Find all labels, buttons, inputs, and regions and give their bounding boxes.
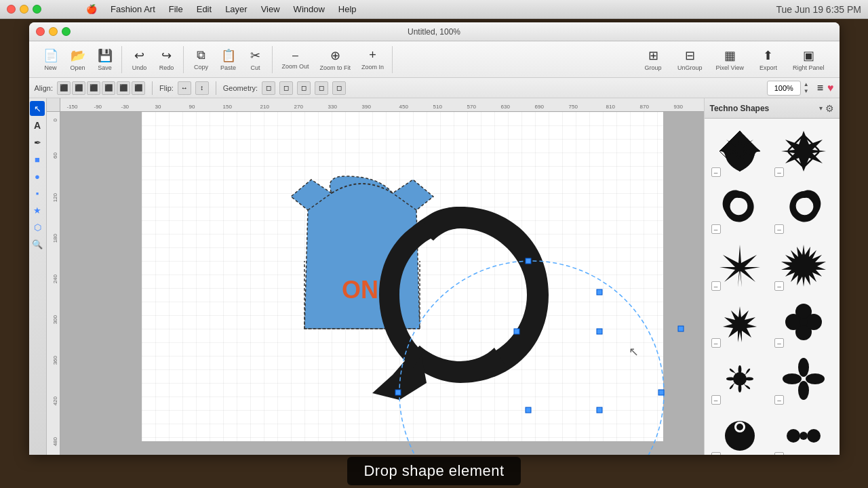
shapes-grid: – –: [705, 119, 840, 455]
panel-dropdown[interactable]: ▾: [819, 104, 823, 112]
geo-btn-2[interactable]: ◻: [279, 81, 293, 95]
win-close[interactable]: [36, 27, 45, 36]
open-button[interactable]: 📂 Open: [66, 45, 90, 74]
shape-item-5[interactable]: –: [710, 238, 771, 292]
rect-tool[interactable]: ■: [30, 152, 45, 167]
shape-minus-7[interactable]: –: [711, 338, 721, 348]
shape-item-1[interactable]: –: [710, 124, 771, 178]
select-tool[interactable]: ↖: [30, 101, 45, 116]
copy-button[interactable]: ⧉ Copy: [189, 45, 214, 73]
export-button[interactable]: ⬆ Export: [752, 45, 785, 74]
shape-item-2[interactable]: –: [773, 124, 834, 178]
zoom-in-button[interactable]: + Zoom In: [357, 45, 388, 73]
layer-menu[interactable]: Layer: [221, 3, 252, 16]
left-toolbar: ↖ A ✒ ■ ● ▪ ★ ⬡ 🔍: [29, 98, 47, 455]
geo-btn-3[interactable]: ◻: [297, 81, 311, 95]
ellipse-tool[interactable]: ●: [30, 169, 45, 184]
undo-button[interactable]: ↩ Undo: [127, 45, 152, 74]
group-button[interactable]: ⊞ Group: [637, 45, 669, 74]
polygon-tool[interactable]: ⬡: [30, 220, 45, 235]
shape-item-8[interactable]: –: [773, 295, 834, 349]
apple-menu[interactable]: 🍎: [82, 3, 101, 16]
app-menu[interactable]: Fashion Art: [106, 3, 159, 16]
shape-item-7[interactable]: –: [710, 295, 771, 349]
shape-minus-8[interactable]: –: [774, 338, 784, 348]
cursor-indicator: ↖: [629, 345, 639, 359]
flip-v[interactable]: ↕: [195, 81, 209, 95]
shape-item-10[interactable]: –: [773, 352, 834, 406]
shape-item-3[interactable]: –: [710, 181, 771, 235]
shape-minus-6[interactable]: –: [774, 281, 784, 291]
tshirt-handle-mid[interactable]: [514, 329, 519, 334]
tshirt-handle-top-r[interactable]: [597, 289, 602, 295]
cut-button[interactable]: ✂ Cut: [243, 45, 268, 74]
traffic-lights: [7, 5, 41, 14]
shape-item-12[interactable]: –: [773, 409, 834, 455]
tshirt-handle-far-r[interactable]: [678, 326, 684, 331]
align-bottom[interactable]: ⬛: [132, 81, 145, 95]
menubar: 🍎 Fashion Art File Edit Layer View Windo…: [82, 3, 361, 16]
win-minimize[interactable]: [49, 27, 58, 36]
flip-h[interactable]: ↔: [178, 81, 191, 95]
shape-minus-1[interactable]: –: [711, 167, 721, 177]
geo-btn-4[interactable]: ◻: [315, 81, 328, 95]
shape-item-9[interactable]: –: [710, 352, 771, 406]
align-buttons: ⬛ ⬛ ⬛ ⬛ ⬛ ⬛: [57, 81, 145, 95]
handle-center[interactable]: [526, 407, 531, 413]
minimize-button[interactable]: [20, 5, 28, 14]
star-tool[interactable]: ★: [30, 203, 45, 218]
paste-button[interactable]: 📋 Paste: [216, 45, 241, 74]
align-left[interactable]: ⬛: [57, 81, 71, 95]
close-button[interactable]: [7, 5, 16, 14]
square-tool[interactable]: ▪: [30, 186, 45, 201]
pen-tool[interactable]: ✒: [30, 135, 45, 150]
align-center-h[interactable]: ⬛: [72, 81, 85, 95]
align-top[interactable]: ⬛: [102, 81, 115, 95]
zoom-tool[interactable]: 🔍: [30, 237, 45, 251]
file-menu[interactable]: File: [165, 3, 187, 16]
geo-btn-1[interactable]: ◻: [262, 81, 275, 95]
align-middle-v[interactable]: ⬛: [117, 81, 130, 95]
handle-tr[interactable]: [597, 329, 602, 334]
handle-left[interactable]: [395, 390, 401, 395]
handle-right[interactable]: [658, 390, 664, 395]
tshirt-handle-r[interactable]: [597, 407, 602, 413]
shape-item-11[interactable]: –: [710, 409, 771, 455]
zoom-out-button[interactable]: – Zoom Out: [278, 47, 313, 73]
shape-minus-2[interactable]: –: [774, 167, 784, 177]
view-menu[interactable]: View: [257, 3, 284, 16]
shape-item-6[interactable]: –: [773, 238, 834, 292]
ungroup-button[interactable]: ⊟ UnGroup: [672, 45, 708, 74]
shape-item-4[interactable]: –: [773, 181, 834, 235]
win-maximize[interactable]: [62, 27, 71, 36]
shape-minus-3[interactable]: –: [711, 224, 721, 234]
new-button[interactable]: 📄 New: [39, 45, 63, 74]
text-tool[interactable]: A: [30, 118, 45, 133]
layers-icon[interactable]: ≡: [817, 82, 823, 94]
pixel-view-button[interactable]: ▦ Pixel View: [711, 45, 749, 74]
align-right[interactable]: ⬛: [87, 81, 100, 95]
shape-minus-5[interactable]: –: [711, 281, 721, 291]
window-menu[interactable]: Window: [290, 3, 329, 16]
fullscreen-button[interactable]: [33, 5, 41, 14]
handle-top[interactable]: [526, 258, 531, 264]
edit-menu[interactable]: Edit: [193, 3, 216, 16]
shape-img-7: [715, 298, 764, 346]
shape-img-4: [779, 184, 828, 232]
shape-minus-10[interactable]: –: [774, 395, 784, 405]
panel-gear[interactable]: ⚙: [825, 103, 834, 114]
help-menu[interactable]: Help: [334, 3, 361, 16]
redo-button[interactable]: ↪ Redo: [155, 45, 179, 74]
zoom-stepper[interactable]: ▲ ▼: [804, 81, 809, 94]
zoom-input[interactable]: [767, 81, 801, 96]
shape-minus-9[interactable]: –: [711, 395, 721, 405]
right-panel-button[interactable]: ▣ Right Panel: [787, 45, 830, 74]
svg-point-4: [785, 314, 802, 330]
color-icon[interactable]: ♥: [827, 82, 834, 94]
save-button[interactable]: 💾 Save: [93, 45, 117, 74]
shape-img-6: [779, 241, 828, 289]
zoom-fit-button[interactable]: ⊕ Zoom to Fit: [316, 45, 355, 74]
geo-btn-5[interactable]: ◻: [332, 81, 346, 95]
file-tools: 📄 New 📂 Open 💾 Save: [35, 46, 122, 73]
shape-minus-4[interactable]: –: [774, 224, 784, 234]
